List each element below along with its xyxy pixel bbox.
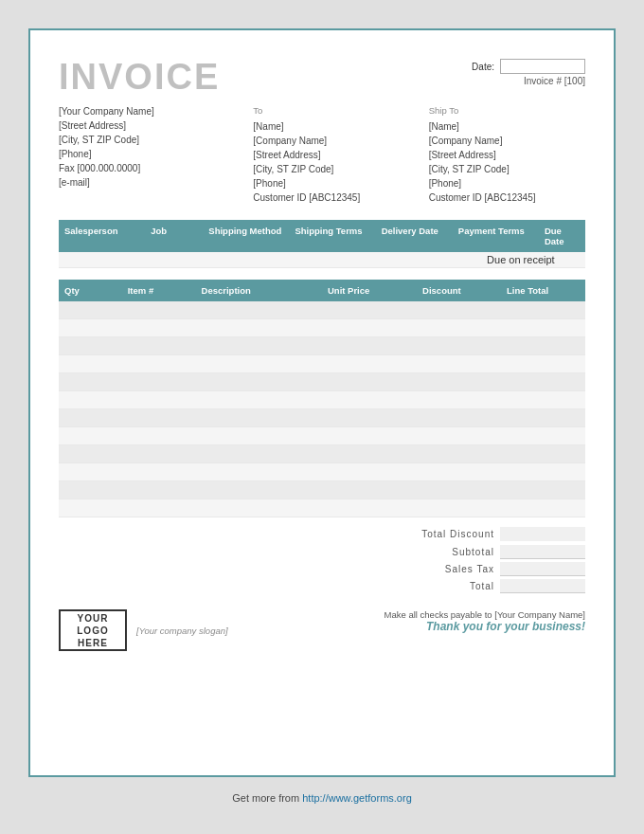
col-item-num: Item #: [122, 283, 196, 298]
company-phone: [Phone]: [59, 147, 215, 161]
ship-to-company: [Company Name]: [429, 134, 585, 148]
company-street: [Street Address]: [59, 118, 215, 133]
table-row: [59, 319, 585, 337]
col-job: Job: [145, 224, 203, 248]
subtotal-row: Subtotal: [339, 545, 585, 559]
invoice-number: Invoice # [100]: [524, 76, 585, 86]
table-row: [59, 463, 585, 481]
table-row: [59, 373, 585, 391]
bottom-text: Get more from: [232, 792, 299, 804]
subtotal-box: [500, 545, 585, 559]
to-address: To [Name] [Company Name] [Street Address…: [215, 104, 409, 205]
ship-to-street: [Street Address]: [429, 148, 585, 162]
table-row: [59, 355, 585, 373]
table-row: [59, 445, 585, 463]
sales-tax-box: [500, 562, 585, 576]
table-row: [59, 499, 585, 517]
ship-to-name: [Name]: [429, 119, 585, 134]
total-row: Total: [339, 579, 585, 593]
company-fax: Fax [000.000.0000]: [59, 161, 215, 175]
col-discount: Discount: [417, 283, 501, 298]
logo-box: YOUR LOGOHERE: [59, 609, 127, 651]
invoice-page: INVOICE Date: Invoice # [100] [Your Comp…: [28, 28, 616, 777]
shipping-table: Salesperson Job Shipping Method Shipping…: [59, 220, 585, 268]
col-line-total: Line Total: [501, 283, 585, 298]
shipping-header-row: Salesperson Job Shipping Method Shipping…: [59, 220, 585, 252]
logo-area: YOUR LOGOHERE [Your company slogan]: [59, 609, 228, 651]
payment-terms-value: Due on receipt: [481, 252, 574, 267]
footer: YOUR LOGOHERE [Your company slogan] Make…: [59, 609, 585, 651]
date-label: Date:: [472, 62, 494, 72]
col-payment-terms: Payment Terms: [453, 224, 539, 248]
address-section: [Your Company Name] [Street Address] [Ci…: [59, 104, 585, 205]
job-value: [152, 252, 213, 267]
ship-to-address: Ship To [Name] [Company Name] [Street Ad…: [410, 104, 585, 205]
getforms-link[interactable]: http://www.getforms.org: [302, 792, 412, 804]
ship-to-customer-id: Customer ID [ABC12345]: [429, 190, 585, 205]
shipping-data-row: Due on receipt: [59, 252, 585, 268]
col-qty: Qty: [59, 283, 122, 298]
salesperson-value: [59, 252, 152, 267]
subtotal-label: Subtotal: [339, 547, 500, 557]
col-description: Description: [196, 283, 322, 298]
shipping-method-value: [213, 252, 306, 267]
payment-note: Make all checks payable to [Your Company…: [385, 609, 585, 620]
table-row: [59, 427, 585, 445]
table-row: [59, 409, 585, 427]
to-city: [City, ST ZIP Code]: [253, 162, 409, 176]
to-phone: [Phone]: [253, 176, 409, 190]
date-block: Date: Invoice # [100]: [472, 59, 585, 86]
company-slogan: [Your company slogan]: [136, 626, 228, 636]
due-date-value: [574, 252, 585, 267]
table-row: [59, 301, 585, 319]
date-input[interactable]: [500, 59, 585, 74]
table-row: [59, 391, 585, 409]
ship-to-city: [City, ST ZIP Code]: [429, 162, 585, 176]
col-due-date: Due Date: [539, 224, 585, 248]
company-city: [City, ST ZIP Code]: [59, 133, 215, 147]
col-salesperson: Salesperson: [59, 224, 145, 248]
total-discount-label: Total Discount: [421, 529, 500, 539]
to-label: To: [253, 104, 409, 118]
company-email: [e-mail]: [59, 175, 215, 190]
payment-info: Make all checks payable to [Your Company…: [385, 609, 585, 633]
to-customer-id: Customer ID [ABC12345]: [253, 190, 409, 205]
total-discount-box: [500, 527, 585, 541]
table-row: [59, 337, 585, 355]
col-unit-price: Unit Price: [322, 283, 417, 298]
sales-tax-row: Sales Tax: [339, 562, 585, 576]
bottom-link: Get more from http://www.getforms.org: [232, 792, 412, 804]
header: INVOICE Date: Invoice # [100]: [59, 59, 585, 95]
totals-section: Subtotal Sales Tax Total: [59, 545, 585, 596]
shipping-terms-value: [306, 252, 399, 267]
thank-you-message: Thank you for your business!: [385, 620, 585, 633]
col-delivery-date: Delivery Date: [376, 224, 453, 248]
sales-tax-label: Sales Tax: [339, 564, 500, 574]
ship-to-phone: [Phone]: [429, 176, 585, 190]
table-row: [59, 481, 585, 499]
delivery-date-value: [399, 252, 481, 267]
company-name: [Your Company Name]: [59, 104, 215, 118]
to-name: [Name]: [253, 119, 409, 134]
ship-to-label: Ship To: [429, 104, 585, 118]
to-company: [Company Name]: [253, 134, 409, 148]
to-street: [Street Address]: [253, 148, 409, 162]
invoice-title: INVOICE: [59, 59, 220, 95]
col-shipping-terms: Shipping Terms: [289, 224, 375, 248]
company-address: [Your Company Name] [Street Address] [Ci…: [59, 104, 215, 205]
items-header-row: Qty Item # Description Unit Price Discou…: [59, 280, 585, 301]
date-row: Date:: [472, 59, 585, 74]
total-box: [500, 579, 585, 593]
total-label: Total: [339, 581, 500, 591]
items-table: Qty Item # Description Unit Price Discou…: [59, 280, 585, 517]
total-discount-row: Total Discount: [59, 527, 585, 541]
col-shipping-method: Shipping Method: [203, 224, 289, 248]
